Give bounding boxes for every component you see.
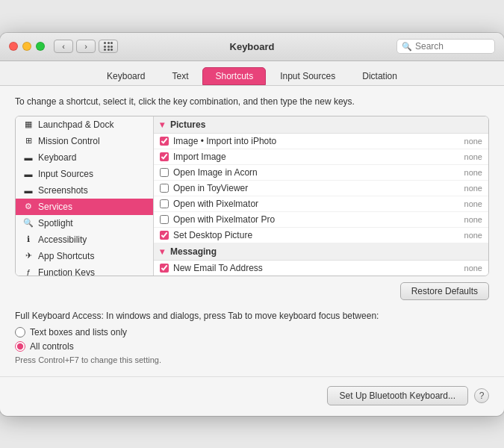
grid-button[interactable] <box>99 40 118 53</box>
group-header-messaging: ▾Messaging <box>154 243 488 261</box>
shortcut-row: Set Desktop Picturenone <box>154 228 488 243</box>
shortcut-row: Open with Pixelmatornone <box>154 196 488 212</box>
radio-text-boxes-label: Text boxes and lists only <box>30 327 127 337</box>
group-header-pictures: ▾Pictures <box>154 116 488 134</box>
shortcut-row: Open in ToyViewernone <box>154 181 488 196</box>
sidebar-item-input-sources[interactable]: ▬Input Sources <box>16 166 153 182</box>
shortcut-row: Open with Pixelmator Pronone <box>154 212 488 228</box>
launchpad-icon: ▦ <box>23 119 34 130</box>
sidebar-item-label-keyboard: Keyboard <box>38 152 76 163</box>
sidebar-item-launchpad[interactable]: ▦Launchpad & Dock <box>16 116 153 133</box>
screenshots-icon: ▬ <box>23 185 34 196</box>
spotlight-icon: 🔍 <box>23 218 34 228</box>
traffic-lights <box>9 42 45 51</box>
shortcut-checkbox-pictures-0[interactable] <box>160 137 169 146</box>
shortcut-label-pictures-6: Set Desktop Picture <box>173 230 448 240</box>
sidebar-item-services[interactable]: ⚙Services <box>16 199 153 215</box>
search-box[interactable]: 🔍 <box>396 39 495 54</box>
shortcut-label-pictures-3: Open in ToyViewer <box>173 183 448 193</box>
shortcut-keys-pictures-3: none <box>452 184 482 193</box>
function-keys-icon: ƒ <box>23 267 34 276</box>
keyboard-icon: ▬ <box>23 152 34 163</box>
app-shortcuts-icon: ✈ <box>23 251 34 261</box>
shortcut-checkbox-pictures-5[interactable] <box>160 215 169 224</box>
help-button[interactable]: ? <box>474 388 489 403</box>
nav-buttons: ‹ › <box>54 40 96 53</box>
shortcut-keys-pictures-2: none <box>452 168 482 177</box>
window-title: Keyboard <box>230 41 275 52</box>
shortcut-label-pictures-0: Image • Import into iPhoto <box>173 136 448 146</box>
sidebar-item-keyboard[interactable]: ▬Keyboard <box>16 149 153 166</box>
main-panel: ▦Launchpad & Dock⊞Mission Control▬Keyboa… <box>15 116 489 276</box>
sidebar-item-label-function-keys: Function Keys <box>38 267 95 276</box>
shortcut-checkbox-pictures-1[interactable] <box>160 152 169 161</box>
tab-text[interactable]: Text <box>159 67 201 85</box>
radio-all-controls-label: All controls <box>30 341 74 352</box>
tab-bar: KeyboardTextShortcutsInput SourcesDictat… <box>0 61 504 86</box>
radio-all-controls-input[interactable] <box>15 341 25 352</box>
forward-button[interactable]: › <box>76 40 96 53</box>
bluetooth-setup-button[interactable]: Set Up Bluetooth Keyboard... <box>327 386 468 405</box>
tab-dictation[interactable]: Dictation <box>349 67 410 85</box>
sidebar-item-label-input-sources: Input Sources <box>38 169 93 179</box>
sidebar-item-screenshots[interactable]: ▬Screenshots <box>16 182 153 199</box>
shortcut-keys-pictures-1: none <box>452 152 482 161</box>
shortcut-checkbox-pictures-6[interactable] <box>160 231 169 240</box>
search-input[interactable] <box>415 41 490 52</box>
shortcut-label-pictures-5: Open with Pixelmator Pro <box>173 214 448 225</box>
group-toggle-messaging[interactable]: ▾ <box>160 246 164 257</box>
group-label-messaging: Messaging <box>170 246 217 257</box>
shortcut-keys-pictures-0: none <box>452 137 482 146</box>
shortcut-label-pictures-1: Import Image <box>173 152 448 162</box>
shortcut-row: Import Imagenone <box>154 149 488 165</box>
maximize-button[interactable] <box>36 42 45 51</box>
search-icon: 🔍 <box>402 42 412 52</box>
shortcut-label-messaging-0: New Email To Address <box>173 263 448 273</box>
sidebar-item-label-spotlight: Spotlight <box>38 218 73 228</box>
tab-keyboard[interactable]: Keyboard <box>94 67 158 85</box>
sidebar-item-label-screenshots: Screenshots <box>38 185 88 196</box>
access-title: Full Keyboard Access: In windows and dia… <box>15 311 489 321</box>
restore-defaults-button[interactable]: Restore Defaults <box>400 282 489 300</box>
group-toggle-pictures[interactable]: ▾ <box>160 119 164 130</box>
shortcut-keys-messaging-0: none <box>452 264 482 273</box>
shortcut-keys-pictures-5: none <box>452 215 482 224</box>
shortcut-checkbox-pictures-2[interactable] <box>160 168 169 177</box>
sidebar-item-spotlight[interactable]: 🔍Spotlight <box>16 215 153 231</box>
minimize-button[interactable] <box>22 42 31 51</box>
shortcut-row: Image • Import into iPhotonone <box>154 134 488 149</box>
back-button[interactable]: ‹ <box>54 40 73 53</box>
sidebar-item-label-services: Services <box>38 202 72 212</box>
footer: Set Up Bluetooth Keyboard... ? <box>0 376 504 416</box>
shortcut-checkbox-messaging-0[interactable] <box>160 264 169 273</box>
sidebar-item-label-launchpad: Launchpad & Dock <box>38 119 113 130</box>
content-area: To change a shortcut, select it, click t… <box>0 86 504 376</box>
radio-all-controls: All controls <box>15 341 489 352</box>
full-keyboard-access-section: Full Keyboard Access: In windows and dia… <box>15 311 489 364</box>
shortcut-checkbox-pictures-3[interactable] <box>160 184 169 193</box>
mission-control-icon: ⊞ <box>23 136 34 146</box>
shortcut-keys-pictures-4: none <box>452 199 482 208</box>
shortcut-keys-pictures-6: none <box>452 231 482 240</box>
sidebar-item-label-mission-control: Mission Control <box>38 136 100 146</box>
accessibility-icon: ℹ <box>23 234 34 245</box>
sidebar-item-function-keys[interactable]: ƒFunction Keys <box>16 264 153 276</box>
shortcut-row: Open Image in Acornnone <box>154 165 488 181</box>
keyboard-preferences-window: ‹ › Keyboard 🔍 KeyboardTextShortcutsInpu… <box>0 33 504 416</box>
tab-input-sources[interactable]: Input Sources <box>267 67 348 85</box>
shortcut-label-pictures-4: Open with Pixelmator <box>173 199 448 209</box>
group-label-pictures: Pictures <box>170 119 205 130</box>
sidebar-item-mission-control[interactable]: ⊞Mission Control <box>16 133 153 149</box>
sidebar-item-app-shortcuts[interactable]: ✈App Shortcuts <box>16 248 153 264</box>
sidebar-item-label-accessibility: Accessibility <box>38 234 87 245</box>
shortcut-checkbox-pictures-4[interactable] <box>160 199 169 208</box>
sidebar-item-label-app-shortcuts: App Shortcuts <box>38 251 94 261</box>
close-button[interactable] <box>9 42 18 51</box>
bottom-bar: Restore Defaults <box>15 282 489 300</box>
tab-shortcuts[interactable]: Shortcuts <box>202 67 266 85</box>
services-icon: ⚙ <box>23 202 34 212</box>
sidebar-item-accessibility[interactable]: ℹAccessibility <box>16 231 153 248</box>
radio-text-boxes-input[interactable] <box>15 327 25 337</box>
sidebar: ▦Launchpad & Dock⊞Mission Control▬Keyboa… <box>16 116 154 276</box>
shortcut-panel: ▾PicturesImage • Import into iPhotononeI… <box>154 116 488 276</box>
